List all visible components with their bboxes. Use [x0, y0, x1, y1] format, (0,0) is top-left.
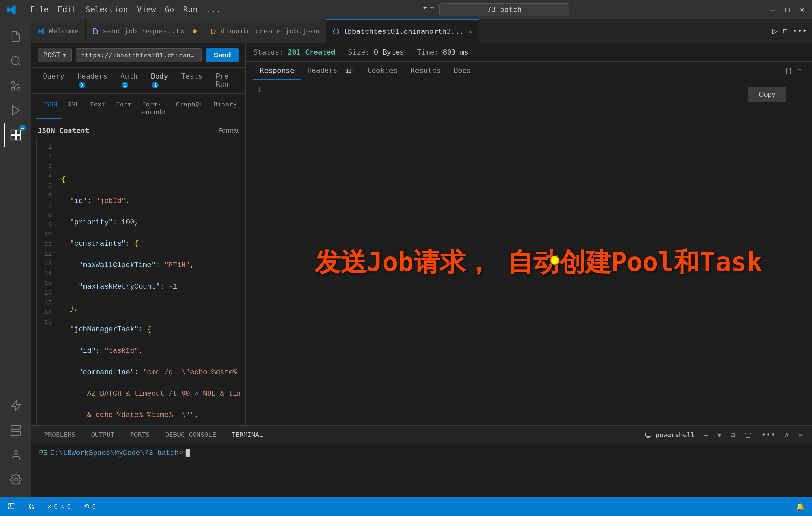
response-line-numbers: 1	[245, 80, 265, 445]
split-editor-icon[interactable]: ⊟	[783, 27, 787, 36]
status-git[interactable]	[25, 496, 37, 516]
format-button[interactable]: Format	[218, 127, 239, 134]
bottom-tab-ports[interactable]: PORTS	[124, 427, 156, 442]
response-content-area: 发送Job请求， 自动创建Pool和Task	[265, 80, 812, 445]
terminal-split-icon[interactable]: ⊟	[728, 429, 737, 441]
tab-close-button[interactable]: ✕	[469, 28, 472, 35]
url-bar: POST ▼ https://lbbatchtest01.chinanorth3…	[31, 43, 245, 67]
activity-debug[interactable]	[4, 99, 27, 122]
menu-file[interactable]: File	[26, 4, 53, 16]
activity-explorer[interactable]	[4, 25, 27, 48]
format-form-encode[interactable]: Form-encode	[137, 98, 171, 119]
format-graphql[interactable]: GraphQL	[171, 98, 208, 119]
svg-point-2	[18, 87, 21, 90]
format-binary[interactable]: Binary	[208, 98, 242, 119]
resp-list-icon[interactable]: ≡	[798, 67, 802, 74]
run-icon[interactable]: ▷	[772, 26, 778, 36]
body-format-tabs: JSON XML Text Form Form-encode GraphQL B…	[31, 94, 245, 123]
warning-count: 0	[67, 503, 71, 510]
tab-lbbatchtest-label: lbbatchtest01.chinanorth3...	[343, 27, 464, 35]
tab-lbbatchtest[interactable]: lbbatchtest01.chinanorth3... ✕	[326, 20, 480, 42]
status-errors[interactable]: ✕ 0 △ 0	[45, 496, 74, 516]
activity-thunder[interactable]	[4, 394, 27, 417]
resp-tab-cookies[interactable]: Cookies	[361, 62, 404, 80]
format-xml[interactable]: XML	[62, 98, 84, 119]
bottom-tab-terminal[interactable]: TERMINAL	[225, 427, 269, 442]
code-editor[interactable]: 12345 678910 1112131415 16171819 { "id":…	[36, 138, 240, 439]
menu-selection[interactable]: Selection	[82, 4, 132, 16]
nav-back[interactable]: ←	[423, 3, 427, 16]
menu-edit[interactable]: Edit	[54, 4, 81, 16]
svg-point-16	[14, 478, 18, 481]
vscode-logo	[5, 3, 18, 16]
code-content[interactable]: { "id": "jobId", "priority": 100, "const…	[56, 138, 240, 439]
send-button[interactable]: Send	[206, 48, 239, 62]
terminal-cursor: █	[186, 449, 190, 457]
terminal-path: C:\LBWorkSpace\MyCode\73-batch>	[50, 449, 183, 457]
activity-source-control[interactable]	[4, 74, 27, 97]
resp-headers-badge: 12	[343, 67, 354, 74]
req-tab-headers[interactable]: Headers 3	[71, 67, 114, 93]
terminal-delete-icon[interactable]: 🗑	[742, 429, 755, 441]
status-value: 201 Created	[288, 48, 335, 56]
response-panel: Status: 201 Created Size: 0 Bytes Time: …	[245, 43, 812, 445]
tab-dinamic[interactable]: {} dinamic create job.json	[203, 20, 326, 42]
response-tabs: Response Headers 12 Cookies Results Docs…	[245, 62, 812, 80]
status-remote-indicator[interactable]: ⟲ 0	[81, 496, 98, 516]
tab-bar-more-icon[interactable]: •••	[793, 27, 807, 36]
status-remote[interactable]	[5, 496, 18, 516]
activity-extensions[interactable]: 4	[4, 123, 27, 147]
terminal-more-icon[interactable]: •••	[759, 429, 778, 441]
menu-go[interactable]: Go	[161, 4, 178, 16]
req-tab-tests[interactable]: Tests	[175, 67, 209, 93]
activity-bottom-group	[4, 394, 27, 496]
method-select[interactable]: POST ▼	[38, 48, 72, 62]
nav-forward[interactable]: →	[430, 3, 434, 16]
tab-bar-controls: ▷ ⊟ •••	[767, 20, 812, 42]
activity-search[interactable]	[4, 49, 27, 73]
tab-welcome[interactable]: Welcome	[31, 20, 86, 42]
status-bell[interactable]: 🔔	[793, 496, 807, 516]
svg-rect-11	[11, 425, 21, 429]
activity-account[interactable]	[4, 443, 27, 467]
menu-run[interactable]: Run	[179, 4, 201, 16]
url-input[interactable]: https://lbbatchtest01.chinanorth3.batch.…	[76, 48, 202, 62]
tab-welcome-label: Welcome	[49, 27, 79, 35]
bottom-tab-problems[interactable]: PROBLEMS	[38, 427, 82, 442]
req-tab-auth[interactable]: Auth 1	[114, 67, 144, 93]
request-tabs: Query Headers 3 Auth 1 Body 1 Tests Pre …	[31, 67, 245, 94]
terminal-close-icon[interactable]: ✕	[796, 429, 806, 441]
req-tab-query[interactable]: Query	[36, 67, 71, 93]
tab-send-job[interactable]: send job request.txt	[86, 20, 203, 42]
resp-tab-response[interactable]: Response	[253, 62, 301, 80]
menu-view[interactable]: View	[133, 4, 160, 16]
activity-remote[interactable]	[4, 419, 27, 442]
bottom-panel-tabs: PROBLEMS OUTPUT PORTS DEBUG CONSOLE TERM…	[31, 426, 812, 444]
bottom-tab-debug[interactable]: DEBUG CONSOLE	[159, 427, 223, 442]
req-tab-prerun[interactable]: Pre Run	[209, 67, 240, 93]
status-label: Status:	[253, 48, 284, 56]
terminal-body[interactable]: PS C:\LBWorkSpace\MyCode\73-batch> █	[31, 444, 812, 496]
copy-button[interactable]: Copy	[748, 87, 786, 102]
format-json[interactable]: JSON	[36, 98, 62, 119]
close-button[interactable]: ✕	[798, 4, 807, 15]
activity-bar: 4	[0, 20, 31, 496]
req-tab-body[interactable]: Body 1	[144, 67, 174, 93]
activity-settings[interactable]	[4, 468, 27, 491]
format-form[interactable]: Form	[110, 98, 137, 119]
menu-more[interactable]: ...	[203, 4, 225, 16]
resp-tab-docs[interactable]: Docs	[447, 62, 477, 80]
svg-rect-6	[11, 130, 16, 135]
resp-tab-results[interactable]: Results	[404, 62, 447, 80]
resp-json-icon[interactable]: {}	[785, 67, 792, 74]
terminal-up-icon[interactable]: ∧	[782, 429, 791, 441]
terminal-dropdown-icon[interactable]: ▼	[715, 430, 724, 440]
bottom-tab-output[interactable]: OUTPUT	[84, 427, 121, 442]
minimize-button[interactable]: —	[768, 4, 777, 15]
maximize-button[interactable]: □	[783, 4, 792, 15]
resp-tab-headers[interactable]: Headers 12	[301, 62, 361, 80]
format-text[interactable]: Text	[84, 98, 110, 119]
search-input[interactable]: 73-batch	[439, 3, 569, 16]
svg-point-4	[12, 87, 14, 90]
terminal-add-icon[interactable]: +	[701, 429, 711, 441]
